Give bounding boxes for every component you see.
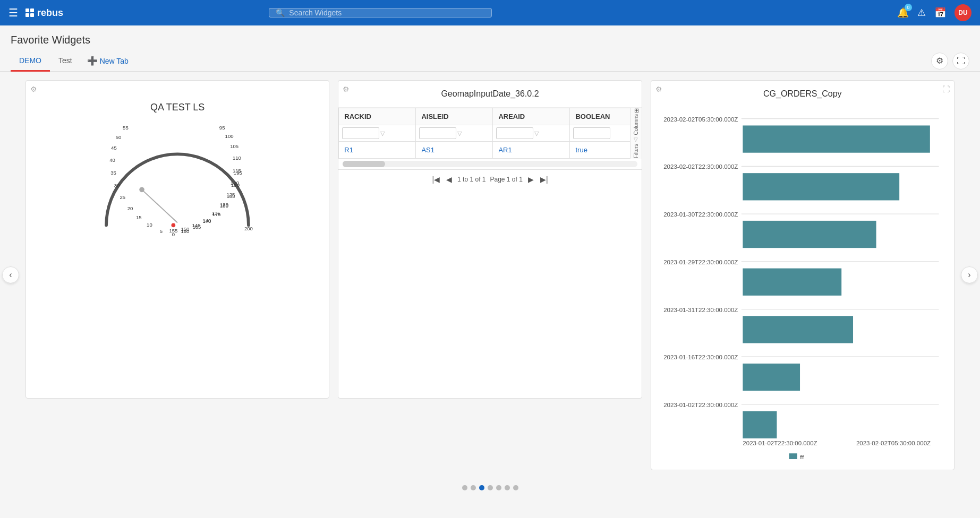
svg-text:155: 155 [169, 228, 178, 234]
tab-test[interactable]: Test [50, 51, 81, 72]
svg-text:175: 175 [212, 211, 221, 217]
logo-icon [24, 7, 35, 18]
bar-1[interactable] [743, 125, 930, 152]
svg-text:2023-01-02T22:30:00.000Z: 2023-01-02T22:30:00.000Z [743, 440, 817, 446]
svg-text:2023-02-02T22:30:00.000Z: 2023-02-02T22:30:00.000Z [663, 163, 738, 170]
first-page-btn[interactable]: |◀ [431, 174, 441, 185]
svg-point-36 [172, 223, 176, 227]
svg-text:40: 40 [109, 157, 115, 163]
svg-text:2023-02-02T05:30:00.000Z: 2023-02-02T05:30:00.000Z [856, 440, 931, 446]
chart-expand-icon[interactable]: ⛶ [942, 85, 950, 93]
svg-text:200: 200 [244, 226, 253, 231]
col-areaid: AREAID [493, 108, 570, 125]
dot-7[interactable] [513, 485, 518, 490]
horizontal-scrollbar[interactable] [343, 161, 637, 167]
filter-aisleid[interactable] [419, 127, 456, 139]
bar-4[interactable] [743, 269, 841, 296]
svg-text:30: 30 [114, 183, 120, 188]
chart-title: CG_ORDERS_Copy [660, 89, 945, 99]
next-page-btn[interactable]: ▶ [527, 174, 535, 185]
table-row: R1 AS1 AR1 true [339, 142, 641, 159]
columns-panel-icon[interactable]: ⊞ [633, 108, 640, 113]
cell-rackid: R1 [339, 142, 416, 159]
tabs-bar: DEMO Test ➕ New Tab ⚙ ⛶ [0, 50, 980, 72]
table-widget-inner: GeomapInputDate_36.0.2 RACKID AISLEID AR… [338, 81, 641, 189]
scrollbar-thumb[interactable] [343, 161, 385, 167]
chart-svg: 2023-02-02T05:30:00.000Z 2023-02-02T22:3… [660, 105, 945, 459]
pagination-range: 1 to 1 of 1 [457, 176, 485, 183]
filter-areaid-icon[interactable]: ▽ [534, 130, 539, 137]
svg-text:2023-01-30T22:30:00.000Z: 2023-01-30T22:30:00.000Z [663, 211, 738, 218]
search-input[interactable] [289, 8, 485, 17]
svg-text:110: 110 [233, 155, 241, 161]
svg-text:45: 45 [111, 145, 117, 151]
dot-5[interactable] [496, 485, 501, 490]
notification-icon[interactable]: 🔔 0 [897, 7, 909, 19]
calendar-icon[interactable]: 📅 [934, 7, 946, 19]
svg-text:195: 195 [234, 170, 242, 176]
filter-aisleid-icon[interactable]: ▽ [457, 130, 462, 137]
expand-button[interactable]: ⛶ [952, 53, 969, 70]
dot-3[interactable] [479, 485, 484, 490]
search-bar[interactable]: 🔍 [269, 8, 492, 18]
filter-boolean[interactable] [573, 127, 610, 139]
new-tab-button[interactable]: ➕ New Tab [81, 50, 135, 71]
svg-rect-2 [25, 13, 29, 17]
bar-3[interactable] [743, 221, 876, 248]
svg-text:50: 50 [116, 134, 122, 140]
bar-6[interactable] [743, 364, 800, 391]
bar-7[interactable] [743, 411, 777, 438]
col-rackid: RACKID [339, 108, 416, 125]
dot-2[interactable] [471, 485, 476, 490]
svg-text:95: 95 [219, 125, 225, 131]
filter-rackid-icon[interactable]: ▽ [380, 130, 385, 137]
chart-content: CG_ORDERS_Copy 2023-02-02T05:30:00.000Z … [651, 81, 954, 470]
next-arrow[interactable]: › [961, 266, 978, 283]
table-header-row: RACKID AISLEID AREAID BOOLEAN [339, 108, 641, 125]
svg-text:35: 35 [110, 170, 116, 176]
menu-icon[interactable]: ☰ [8, 6, 18, 19]
svg-text:5: 5 [160, 228, 163, 234]
search-icon: 🔍 [276, 8, 285, 17]
svg-text:185: 185 [227, 193, 235, 199]
svg-rect-0 [25, 8, 29, 12]
columns-label[interactable]: Columns [633, 114, 639, 135]
tabs-left: DEMO Test ➕ New Tab [11, 50, 135, 71]
table-widget-title: GeomapInputDate_36.0.2 [338, 81, 641, 108]
table-widget: ⚙ GeomapInputDate_36.0.2 RACKID AISLEID … [338, 80, 642, 399]
alert-icon[interactable]: ⚠ [917, 7, 926, 19]
filter-rackid[interactable] [342, 127, 379, 139]
table-footer: |◀ ◀ 1 to 1 of 1 Page 1 of 1 ▶ ▶| [338, 169, 641, 189]
filter-row: ▽ ▽ [339, 125, 641, 142]
prev-arrow[interactable]: ‹ [2, 266, 19, 283]
dot-6[interactable] [505, 485, 510, 490]
svg-text:170: 170 [203, 218, 211, 224]
svg-text:165: 165 [193, 224, 201, 230]
logo-text: rebus [37, 7, 63, 19]
gauge-settings-icon[interactable]: ⚙ [30, 85, 37, 93]
filter-areaid[interactable] [496, 127, 533, 139]
dot-1[interactable] [462, 485, 467, 490]
col-aisleid: AISLEID [416, 108, 493, 125]
gauge-title: QA TEST LS [150, 102, 204, 113]
bar-5[interactable] [743, 316, 853, 343]
svg-text:55: 55 [123, 125, 129, 131]
dot-4[interactable] [488, 485, 493, 490]
bar-2[interactable] [743, 173, 899, 200]
pagination-page: Page 1 of 1 [490, 176, 522, 183]
avatar[interactable]: DU [955, 4, 972, 21]
settings-button[interactable]: ⚙ [931, 53, 948, 70]
svg-point-38 [139, 187, 144, 193]
last-page-btn[interactable]: ▶| [539, 174, 549, 185]
tab-demo[interactable]: DEMO [11, 51, 50, 72]
tabs-right: ⚙ ⛶ [931, 53, 969, 70]
filters-label[interactable]: Filters [633, 144, 639, 158]
svg-text:100: 100 [225, 133, 234, 139]
svg-text:25: 25 [120, 194, 126, 200]
notification-badge: 0 [905, 4, 912, 11]
prev-page-btn[interactable]: ◀ [445, 174, 453, 185]
logo: rebus [24, 7, 63, 19]
svg-text:2023-01-02T22:30:00.000Z: 2023-01-02T22:30:00.000Z [663, 402, 738, 408]
svg-text:2023-01-16T22:30:00.000Z: 2023-01-16T22:30:00.000Z [663, 354, 738, 360]
chart-settings-icon[interactable]: ⚙ [655, 85, 662, 93]
